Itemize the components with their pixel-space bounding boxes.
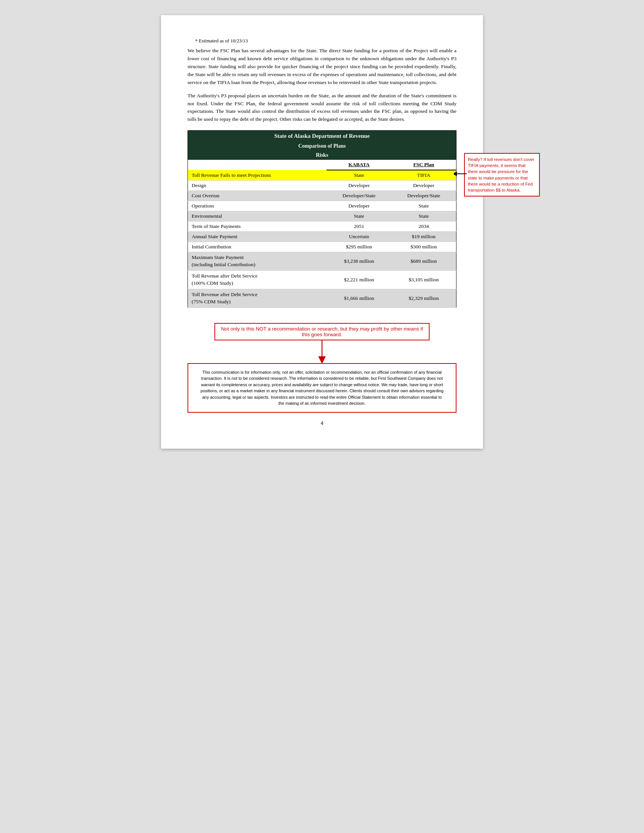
footnote: * Estimated as of 10/23/13 bbox=[195, 38, 456, 44]
row-label: Toll Revenue after Debt Service(75% CDM … bbox=[188, 289, 327, 307]
paragraph2: The Authority's P3 proposal places an un… bbox=[188, 92, 456, 124]
row-col1: Developer bbox=[327, 181, 391, 191]
annotation-text: Really? If toll revenues don't cover TIF… bbox=[468, 157, 534, 192]
table-section: State of Alaska Department of Revenue Co… bbox=[188, 130, 456, 307]
row-col1: State bbox=[327, 170, 391, 181]
row-label: Initial Contribution bbox=[188, 242, 327, 252]
page: * Estimated as of 10/23/13 We believe th… bbox=[161, 15, 483, 449]
paragraph1: We believe the FSC Plan has several adva… bbox=[188, 47, 456, 87]
annotation-box: Really? If toll revenues don't cover TIF… bbox=[464, 153, 540, 196]
row-col2: State bbox=[391, 211, 456, 222]
table-row: Annual State Payment Uncertain $19 milli… bbox=[188, 232, 456, 242]
table-row: Cost Overrun Developer/State Developer/S… bbox=[188, 191, 456, 201]
row-label: Toll Revenue Fails to meet Projections bbox=[188, 170, 327, 181]
arrow-down-container bbox=[188, 340, 456, 363]
row-col1: $1,666 million bbox=[327, 289, 391, 307]
row-col2: $19 million bbox=[391, 232, 456, 242]
tifia-arrow-svg bbox=[454, 170, 467, 178]
bottom-annotation-box: Not only is this NOT a recommendation or… bbox=[214, 323, 430, 340]
row-col1: Developer/State bbox=[327, 191, 391, 201]
table-row: Toll Revenue after Debt Service(75% CDM … bbox=[188, 289, 456, 307]
col2-header: FSC Plan bbox=[391, 160, 456, 170]
table-row: Maximum State Payment(including Initial … bbox=[188, 252, 456, 271]
row-col2: $300 million bbox=[391, 242, 456, 252]
col1-header: KABATA bbox=[327, 160, 391, 170]
row-label: Toll Revenue after Debt Service(100% CDM… bbox=[188, 271, 327, 289]
table-title3: Risks bbox=[188, 151, 456, 160]
comparison-table: State of Alaska Department of Revenue Co… bbox=[188, 130, 456, 307]
row-label: Cost Overrun bbox=[188, 191, 327, 201]
row-col2: Developer/State bbox=[391, 191, 456, 201]
table-row: Design Developer Developer bbox=[188, 181, 456, 191]
row-col1: Uncertain bbox=[327, 232, 391, 242]
row-label: Operations bbox=[188, 201, 327, 211]
row-col1: $2,221 million bbox=[327, 271, 391, 289]
row-col2: $2,329 million bbox=[391, 289, 456, 307]
row-col2: $3,105 million bbox=[391, 271, 456, 289]
row-col1: Developer bbox=[327, 201, 391, 211]
arrow-down-svg bbox=[303, 340, 341, 363]
table-row: Operations Developer State bbox=[188, 201, 456, 211]
row-label: Design bbox=[188, 181, 327, 191]
row-label: Environmental bbox=[188, 211, 327, 222]
row-label: Maximum State Payment(including Initial … bbox=[188, 252, 327, 271]
table-row: Toll Revenue Fails to meet Projections S… bbox=[188, 170, 456, 181]
table-row: Initial Contribution $295 million $300 m… bbox=[188, 242, 456, 252]
row-col2: State bbox=[391, 201, 456, 211]
row-col1: $295 million bbox=[327, 242, 391, 252]
row-col1: $3,238 million bbox=[327, 252, 391, 271]
table-row: Environmental State State bbox=[188, 211, 456, 222]
row-col2: 2034 bbox=[391, 222, 456, 232]
bottom-annotation-text: Not only is this NOT a recommendation or… bbox=[221, 326, 423, 338]
row-label: Annual State Payment bbox=[188, 232, 327, 242]
table-title1: State of Alaska Department of Revenue bbox=[188, 130, 456, 142]
row-col2: TIFIA bbox=[391, 170, 456, 181]
table-title2: Comparison of Plans bbox=[188, 142, 456, 151]
row-col2: Developer bbox=[391, 181, 456, 191]
table-title-row: State of Alaska Department of Revenue bbox=[188, 130, 456, 142]
row-col1: State bbox=[327, 211, 391, 222]
table-row: Term of State Payments 2051 2034 bbox=[188, 222, 456, 232]
row-col2: $689 million bbox=[391, 252, 456, 271]
col-headers-row: KABATA FSC Plan bbox=[188, 160, 456, 170]
disclaimer-text: This communication is for information on… bbox=[200, 370, 443, 406]
row-col1: 2051 bbox=[327, 222, 391, 232]
table-subtitle-row: Comparison of Plans bbox=[188, 142, 456, 151]
disclaimer-box: This communication is for information on… bbox=[188, 363, 456, 413]
row-label: Term of State Payments bbox=[188, 222, 327, 232]
page-number: 4 bbox=[188, 420, 456, 426]
col-label-header bbox=[188, 160, 327, 170]
table-risks-row: Risks bbox=[188, 151, 456, 160]
table-row: Toll Revenue after Debt Service(100% CDM… bbox=[188, 271, 456, 289]
